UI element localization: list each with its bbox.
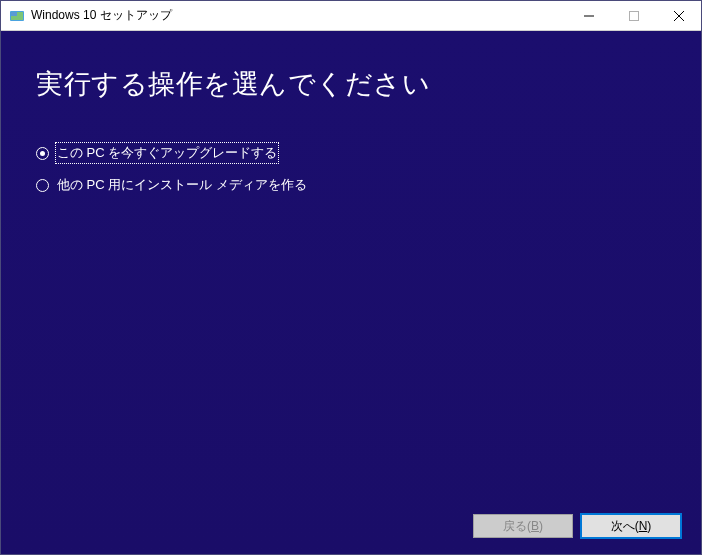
svg-rect-4 [629, 11, 638, 20]
titlebar: Windows 10 セットアップ [1, 1, 701, 31]
radio-icon [36, 147, 49, 160]
main-content: 実行する操作を選んでください この PC を今すぐアップグレードする 他の PC… [1, 31, 701, 554]
option-create-media[interactable]: 他の PC 用にインストール メディアを作る [36, 176, 666, 194]
next-button-label: 次へ(N) [611, 518, 652, 535]
window-controls [566, 1, 701, 30]
svg-rect-2 [11, 12, 17, 16]
maximize-button [611, 1, 656, 30]
app-icon [9, 8, 25, 24]
back-button: 戻る(B) [473, 514, 573, 538]
radio-icon [36, 179, 49, 192]
window-title: Windows 10 セットアップ [31, 7, 566, 24]
options-group: この PC を今すぐアップグレードする 他の PC 用にインストール メディアを… [36, 144, 666, 194]
back-button-label: 戻る(B) [503, 518, 543, 535]
option-upgrade-now[interactable]: この PC を今すぐアップグレードする [36, 144, 666, 162]
footer-buttons: 戻る(B) 次へ(N) [473, 514, 681, 538]
minimize-button[interactable] [566, 1, 611, 30]
option-label: 他の PC 用にインストール メディアを作る [57, 176, 307, 194]
close-button[interactable] [656, 1, 701, 30]
next-button[interactable]: 次へ(N) [581, 514, 681, 538]
setup-window: Windows 10 セットアップ 実行する操作を選んでください この PC を… [0, 0, 702, 555]
option-label: この PC を今すぐアップグレードする [57, 144, 277, 162]
page-heading: 実行する操作を選んでください [36, 66, 666, 102]
